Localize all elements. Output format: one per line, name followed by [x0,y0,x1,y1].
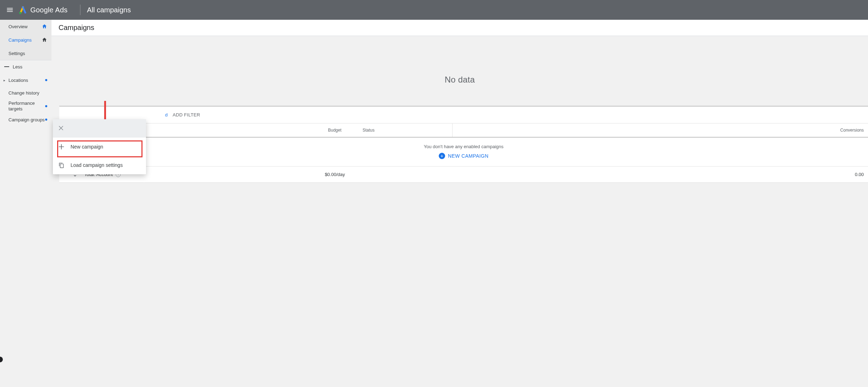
sidebar-item-overview[interactable]: Overview [0,20,51,33]
app-header: Google Ads All campaigns [0,0,868,20]
column-header-conversions[interactable]: Conversions [453,123,868,137]
menu-item-label: New campaign [71,144,103,150]
menu-button[interactable] [3,3,17,17]
sidebar-item-label: Locations [8,78,28,83]
column-header-budget[interactable]: Budget [140,123,359,137]
plus-icon [58,143,65,150]
sidebar-item-label: Overview [8,24,28,29]
page-title: Campaigns [51,20,868,36]
close-button[interactable] [58,125,65,132]
indicator-dot-icon [45,119,47,121]
filter-bar: d ADD FILTER [59,107,868,123]
total-row: ⌄ Total: Account ? $0.00/day 0.00 [59,167,868,183]
filter-chip-enabled[interactable]: d [165,112,168,117]
indicator-dot-icon [45,105,47,107]
total-conversions-value: 0.00 [453,172,868,177]
collapse-label: Less [13,64,22,69]
add-filter-button[interactable]: ADD FILTER [173,112,200,117]
plus-circle-icon: + [439,153,445,159]
svg-point-0 [19,12,22,14]
new-campaign-label: NEW CAMPAIGN [448,153,488,159]
home-icon [42,37,47,43]
home-icon [42,24,47,29]
sidebar-item-label: Campaign groups [8,117,45,122]
sidebar: Overview Campaigns Settings Less ▸ Locat… [0,20,51,387]
sidebar-item-campaigns[interactable]: Campaigns [0,33,51,47]
column-header-status[interactable]: Status [359,123,453,137]
collapse-toggle[interactable]: Less [0,60,51,73]
google-ads-icon [18,5,28,14]
menu-item-load-settings[interactable]: Load campaign settings [53,156,146,174]
scope-label[interactable]: All campaigns [87,6,131,14]
empty-state-text: You don't have any enabled campaigns [59,144,868,149]
total-budget-value: $0.00/day [257,172,359,177]
campaigns-table: d ADD FILTER Budget Status Conversions Y… [51,106,868,183]
secondary-nav: ▸ Locations Change history Performance t… [0,73,51,126]
sidebar-item-change-history[interactable]: Change history [0,86,51,99]
menu-item-label: Load campaign settings [71,162,123,168]
brand-text: Google Ads [30,6,67,14]
header-divider [80,5,80,15]
new-campaign-button[interactable]: + NEW CAMPAIGN [439,153,488,159]
primary-nav: Overview Campaigns Settings [0,20,51,60]
layout: Overview Campaigns Settings Less ▸ Locat… [0,20,868,387]
sidebar-item-campaign-groups[interactable]: Campaign groups [0,113,51,126]
create-menu-popover: New campaign Load campaign settings [53,119,146,174]
content-area: No data d ADD FILTER Budget Status Conve… [51,36,868,387]
no-data-message: No data [51,36,868,106]
minus-icon [4,66,9,67]
menu-item-new-campaign[interactable]: New campaign [53,138,146,156]
popover-header [53,119,146,138]
indicator-dot-icon [45,79,47,81]
close-icon [58,125,64,131]
svg-rect-3 [60,164,63,168]
sidebar-item-locations[interactable]: ▸ Locations [0,74,51,86]
main-content: Campaigns No data d ADD FILTER Budget St… [51,20,868,387]
sidebar-item-label: Campaigns [8,37,32,43]
sidebar-item-performance-targets[interactable]: Performance targets [0,99,51,113]
sidebar-item-label: Change history [8,90,39,96]
product-logo[interactable]: Google Ads [18,5,67,14]
sidebar-item-settings[interactable]: Settings [0,47,51,60]
hamburger-icon [6,6,14,14]
empty-state: You don't have any enabled campaigns + N… [59,138,868,167]
copy-icon [58,162,65,169]
sidebar-item-label: Settings [8,51,25,56]
sidebar-item-label: Performance targets [8,101,45,112]
table-header-row: Budget Status Conversions [59,123,868,138]
caret-right-icon: ▸ [4,78,5,82]
